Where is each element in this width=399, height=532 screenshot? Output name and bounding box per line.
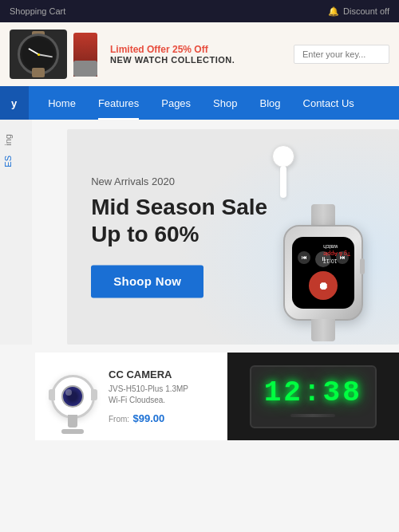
clock-speaker xyxy=(297,414,329,417)
product-cards: CC CAMERA JVS-H510-Plus 1.3MPWi-Fi Cloud… xyxy=(35,353,399,440)
camera-price: $99.00 xyxy=(133,412,165,424)
shop-now-button[interactable]: Shoop Now xyxy=(91,266,203,298)
sw-body: 10:17 Tg & Apple watch ⏮ ⏸ ⏭ ⏺ xyxy=(283,225,363,321)
camera-card: CC CAMERA JVS-H510-Plus 1.3MPWi-Fi Cloud… xyxy=(35,353,227,440)
bell-icon: 🔔 xyxy=(328,6,339,17)
camera-base xyxy=(68,415,77,428)
sw-record-btn: ⏺ xyxy=(309,271,338,300)
airpod-head xyxy=(272,145,294,167)
promo-banner: Limited Offer 25% Off NEW WATCH COLLECTI… xyxy=(0,22,399,86)
main-content: ing ES 10:17 Tg & Apple watch ⏮ xyxy=(0,120,399,345)
nav-logo[interactable]: y xyxy=(0,86,29,120)
nav-shop[interactable]: Shop xyxy=(202,86,248,120)
sidebar-strip: ing ES xyxy=(0,120,32,345)
sw-screen: 10:17 Tg & Apple watch ⏮ ⏸ ⏭ ⏺ xyxy=(292,237,354,309)
lipstick-image xyxy=(73,33,97,77)
nav-contact[interactable]: Contact Us xyxy=(292,86,365,120)
main-nav: y Home Features Pages Shop Blog Contact … xyxy=(0,86,399,120)
nav-features[interactable]: Features xyxy=(87,86,150,120)
hero-title: Mid Season Sale Up to 60% xyxy=(91,194,267,247)
clock-body: 12:38 xyxy=(250,365,377,428)
camera-title: CC CAMERA xyxy=(109,368,188,380)
nav-home[interactable]: Home xyxy=(37,86,87,120)
hero-content: New Arrivals 2020 Mid Season Sale Up to … xyxy=(91,175,267,298)
topbar-left: Shopping Cart xyxy=(10,6,65,16)
camera-ear-right xyxy=(91,389,97,400)
sw-strap-top xyxy=(311,204,335,227)
nav-pages[interactable]: Pages xyxy=(150,86,202,120)
sidebar-link[interactable]: ES xyxy=(0,152,16,171)
clock-display: 12:38 xyxy=(264,376,362,409)
camera-info: CC CAMERA JVS-H510-Plus 1.3MPWi-Fi Cloud… xyxy=(109,368,188,425)
sw-strap-bottom xyxy=(311,319,335,341)
airpod-stem xyxy=(280,166,286,198)
sw-screen-text: 10:17 Tg & Apple watch xyxy=(323,243,350,265)
sw-crown xyxy=(360,258,365,274)
airpod-image xyxy=(263,145,303,209)
camera-image xyxy=(45,367,101,427)
camera-foot xyxy=(61,429,84,434)
limited-offer: Limited Offer 25% Off xyxy=(110,44,294,55)
camera-ear-left xyxy=(49,389,55,400)
watch-collection: NEW WATCH COLLECTION. xyxy=(110,55,294,65)
hero-subtitle: New Arrivals 2020 xyxy=(91,175,267,187)
clock-card: 12:38 xyxy=(227,353,400,440)
camera-price-label: From: xyxy=(109,415,129,424)
discount-text: Discount off xyxy=(343,6,389,16)
camera-body xyxy=(51,375,95,419)
sidebar-text: ing xyxy=(0,128,16,152)
nav-items: Home Features Pages Shop Blog Contact Us xyxy=(29,86,373,120)
smartwatch-image: 10:17 Tg & Apple watch ⏮ ⏸ ⏭ ⏺ xyxy=(271,209,375,337)
camera-lens xyxy=(61,385,84,408)
banner-text: Limited Offer 25% Off NEW WATCH COLLECTI… xyxy=(110,44,294,65)
camera-subtitle: JVS-H510-Plus 1.3MPWi-Fi Cloudsea. xyxy=(109,384,188,406)
banner-search xyxy=(294,45,389,64)
camera-price-row: From: $99.00 xyxy=(109,411,188,425)
sw-prev-btn: ⏮ xyxy=(298,251,310,264)
hero-section: 10:17 Tg & Apple watch ⏮ ⏸ ⏭ ⏺ New Arriv… xyxy=(67,129,399,345)
nav-blog[interactable]: Blog xyxy=(248,86,291,120)
watch-image xyxy=(10,30,67,79)
topbar-right: 🔔 Discount off xyxy=(328,6,389,17)
top-bar: Shopping Cart 🔔 Discount off xyxy=(0,0,399,22)
search-input[interactable] xyxy=(294,45,389,64)
banner-images xyxy=(10,30,97,79)
